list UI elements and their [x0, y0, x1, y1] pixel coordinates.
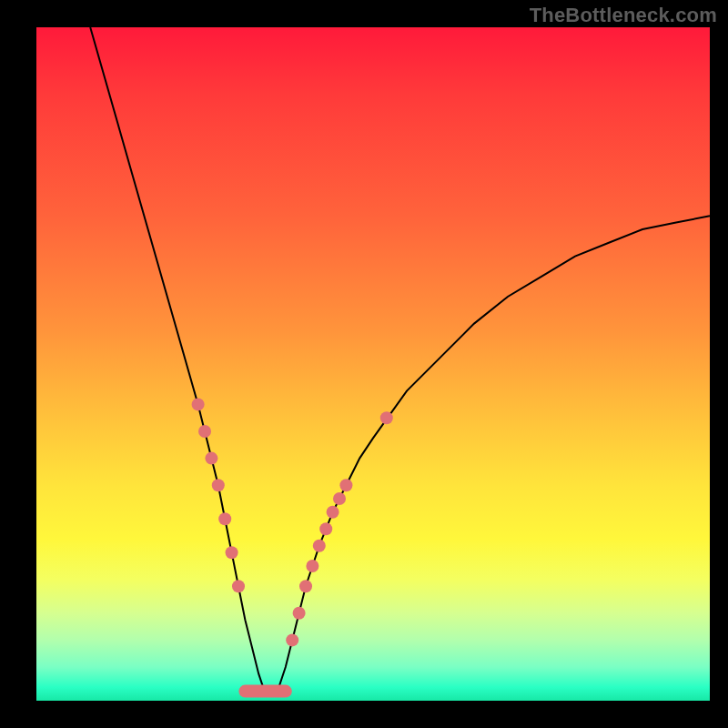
curve-svg	[36, 27, 710, 701]
watermark-text: TheBottleneck.com	[530, 4, 717, 27]
marker-dot	[205, 452, 217, 465]
marker-dot	[212, 479, 225, 491]
marker-dot	[226, 546, 238, 559]
marker-dot	[333, 492, 346, 505]
marker-dot	[327, 506, 339, 519]
marker-dot	[198, 425, 211, 438]
marker-dot	[232, 580, 245, 592]
marker-dot	[299, 580, 312, 592]
plot-area	[36, 27, 710, 701]
chart-frame: TheBottleneck.com	[0, 0, 728, 728]
marker-dot	[380, 411, 393, 424]
marker-dot	[218, 512, 231, 525]
marker-cluster-right	[286, 411, 393, 646]
bottleneck-curve	[90, 27, 710, 694]
marker-dot	[313, 540, 326, 552]
marker-dot	[293, 607, 306, 620]
marker-dot	[286, 633, 298, 646]
marker-dot	[192, 398, 205, 410]
marker-cluster-left	[192, 398, 245, 592]
marker-dot	[339, 479, 352, 491]
marker-dot	[306, 560, 318, 572]
marker-dot	[319, 522, 332, 535]
